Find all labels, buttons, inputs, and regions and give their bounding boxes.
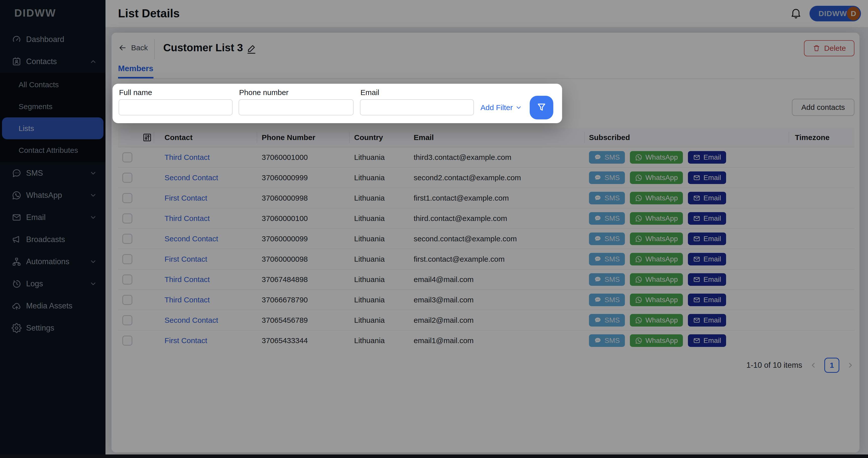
apply-filter-button[interactable] xyxy=(530,96,553,119)
filter-panel: Full name Phone number Email Add Filter xyxy=(113,84,562,123)
phone-number-label: Phone number xyxy=(239,88,288,97)
chevron-down-icon xyxy=(515,104,522,111)
email-input[interactable] xyxy=(360,99,474,115)
phone-number-input[interactable] xyxy=(239,99,353,115)
email-label: Email xyxy=(361,88,379,97)
app-root: DIDWW Dashboard Contacts All Contacts Se… xyxy=(0,0,868,458)
full-name-label: Full name xyxy=(119,88,152,97)
add-filter-button[interactable]: Add Filter xyxy=(480,103,522,112)
funnel-icon xyxy=(535,102,548,114)
add-filter-label: Add Filter xyxy=(480,103,513,112)
full-name-input[interactable] xyxy=(119,99,232,115)
dim-overlay xyxy=(0,0,868,458)
